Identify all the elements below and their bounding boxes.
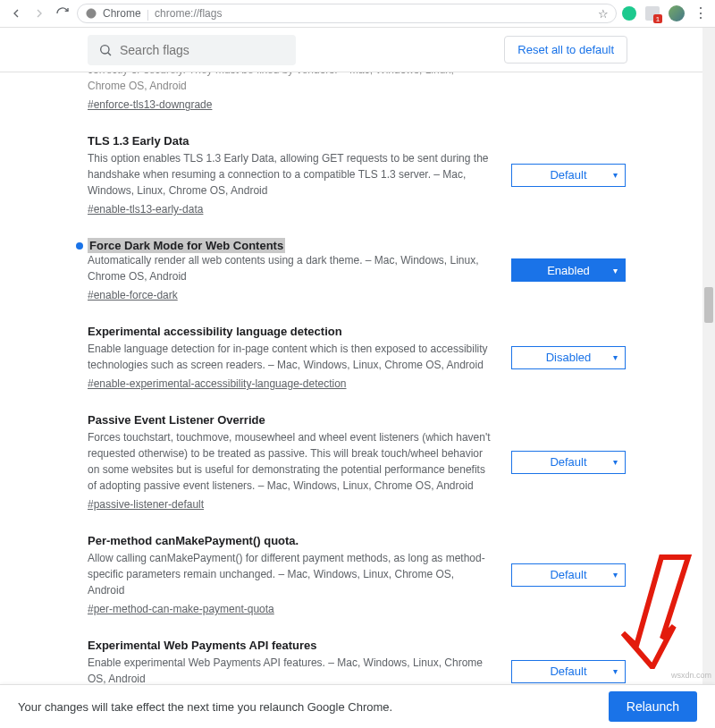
browser-toolbar: Chrome | chrome://flags ☆ ⋮ [0, 0, 715, 28]
flag-info: Per-method canMakePayment() quota.Allow … [88, 534, 493, 615]
flag-description: Automatically render all web contents us… [88, 252, 493, 284]
relaunch-bar: Your changes will take effect the next t… [0, 684, 715, 728]
flag-anchor-link[interactable]: #enforce-tls13-downgrade [88, 98, 212, 111]
reset-all-button[interactable]: Reset all to default [504, 36, 627, 63]
extension-icon-2[interactable] [645, 6, 660, 21]
flag-info: Experimental accessibility language dete… [88, 325, 493, 390]
flag-title: TLS 1.3 Early Data [88, 134, 493, 148]
chrome-page-icon [85, 7, 97, 20]
search-box[interactable] [88, 35, 296, 65]
flag-anchor-link[interactable]: #per-method-can-make-payment-quota [88, 603, 274, 615]
scrollbar-thumb[interactable] [704, 287, 713, 323]
search-input[interactable] [120, 43, 285, 57]
flag-row: correctly or securely. They must be fixe… [88, 72, 627, 118]
flag-control: Default [511, 639, 627, 684]
search-icon [98, 43, 113, 57]
scrollbar[interactable] [702, 28, 715, 684]
relaunch-message: Your changes will take effect the next t… [18, 700, 392, 714]
profile-avatar[interactable] [669, 5, 685, 21]
svg-line-2 [108, 52, 111, 55]
flag-title: Experimental accessibility language dete… [88, 325, 493, 338]
flag-select[interactable]: Default [511, 660, 626, 683]
flag-select[interactable]: Default [511, 563, 626, 587]
modified-indicator-icon [76, 242, 83, 250]
flag-anchor-link[interactable]: #enable-experimental-accessibility-langu… [88, 377, 347, 390]
bookmark-icon[interactable]: ☆ [598, 7, 609, 21]
flag-description: Forces touchstart, touchmove, mousewheel… [88, 429, 493, 494]
flag-row: TLS 1.3 Early DataThis option enables TL… [88, 118, 627, 223]
flag-title: Per-method canMakePayment() quota. [88, 534, 493, 547]
flag-control: Disabled [511, 325, 627, 390]
flag-select[interactable]: Default [511, 451, 626, 474]
flag-description: This option enables TLS 1.3 Early Data, … [88, 150, 493, 199]
flag-title: Passive Event Listener Override [88, 413, 493, 427]
flag-control: Default [511, 534, 627, 615]
back-icon[interactable] [7, 4, 25, 22]
svg-point-1 [101, 45, 109, 53]
flag-title: Force Dark Mode for Web Contents [88, 238, 285, 253]
flag-row: Passive Event Listener OverrideForces to… [88, 397, 627, 518]
flag-control: Default [511, 413, 627, 511]
flag-description: Enable language detection for in-page co… [88, 341, 493, 373]
flag-anchor-link[interactable]: #passive-listener-default [88, 498, 204, 511]
relaunch-button[interactable]: Relaunch [609, 691, 697, 722]
url-chip: Chrome [103, 7, 141, 20]
flag-title: Experimental Web Payments API features [88, 639, 493, 652]
omnibox[interactable]: Chrome | chrome://flags ☆ [77, 4, 617, 23]
flag-anchor-link[interactable]: #enable-tls13-early-data [88, 203, 203, 216]
flag-info: Passive Event Listener OverrideForces to… [88, 413, 493, 511]
flag-select[interactable]: Default [511, 164, 626, 187]
flag-row: Force Dark Mode for Web ContentsAutomati… [88, 223, 627, 309]
flag-select[interactable]: Disabled [511, 346, 626, 369]
flag-description: correctly or securely. They must be fixe… [88, 72, 493, 94]
flags-header: Reset all to default [0, 28, 715, 72]
flag-select[interactable]: Enabled [511, 258, 626, 282]
flags-list: correctly or securely. They must be fixe… [0, 72, 715, 684]
flag-control: Enabled [511, 239, 627, 301]
watermark: wsxdn.com [671, 671, 711, 680]
flag-info: Experimental Web Payments API featuresEn… [88, 639, 493, 684]
flag-row: Per-method canMakePayment() quota.Allow … [88, 518, 627, 622]
flag-control: Default [511, 134, 627, 216]
flag-row: Experimental accessibility language dete… [88, 309, 627, 397]
svg-point-0 [87, 9, 97, 19]
flag-description: Allow calling canMakePayment() for diffe… [88, 550, 493, 598]
forward-icon[interactable] [30, 4, 48, 22]
flag-info: correctly or securely. They must be fixe… [88, 72, 493, 111]
extension-tray: ⋮ [622, 5, 708, 21]
reload-icon[interactable] [54, 4, 72, 22]
flag-anchor-link[interactable]: #enable-force-dark [88, 289, 178, 301]
url-path: chrome://flags [155, 7, 222, 20]
flag-info: Force Dark Mode for Web ContentsAutomati… [88, 239, 493, 301]
extension-icon-1[interactable] [622, 6, 636, 21]
kebab-menu-icon[interactable]: ⋮ [694, 6, 708, 21]
flag-info: TLS 1.3 Early DataThis option enables TL… [88, 134, 493, 216]
flag-control [511, 72, 627, 111]
flag-description: Enable experimental Web Payments API fea… [88, 655, 493, 684]
flag-row: Experimental Web Payments API featuresEn… [88, 622, 627, 684]
